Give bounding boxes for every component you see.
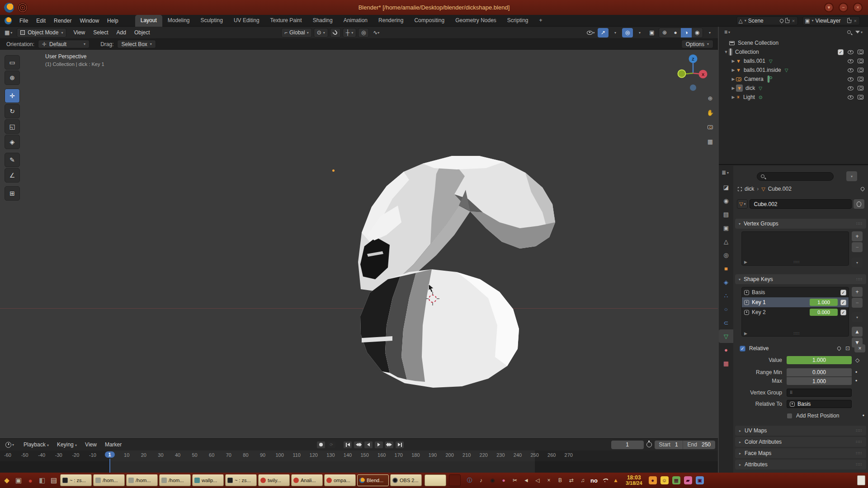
disclosure-icon[interactable]: ▶: [731, 77, 736, 81]
object-name[interactable]: balls.001.inside: [744, 67, 781, 73]
tool-tab[interactable]: ◪: [719, 180, 733, 194]
fake-user-button[interactable]: [854, 199, 864, 209]
task-button-twily[interactable]: twily...: [258, 474, 290, 486]
task-button-blend[interactable]: Blend...: [357, 474, 389, 486]
ruler-tick-230[interactable]: 230: [496, 452, 505, 458]
particles-tab[interactable]: ∴: [719, 289, 733, 302]
close-button[interactable]: ×: [853, 3, 863, 12]
modifiers-tab[interactable]: ◈: [719, 275, 733, 289]
ruler-tick-30[interactable]: -30: [55, 452, 62, 458]
editor-type-selector[interactable]: ▦▾: [3, 28, 14, 37]
remove-view-layer-icon[interactable]: ×: [853, 18, 858, 23]
terminal-launcher-icon[interactable]: ▣: [14, 475, 24, 485]
tab-texture-paint[interactable]: Texture Paint: [265, 15, 307, 27]
measure-tool[interactable]: ∠: [5, 168, 20, 183]
timeline-ruler[interactable]: -60-50-40-30-20-101102030405060708090100…: [0, 450, 718, 461]
add-vertex-group-button[interactable]: +: [852, 231, 863, 241]
disclosure-icon[interactable]: ▶: [731, 59, 736, 63]
tab-geometry-nodes[interactable]: Geometry Nodes: [450, 15, 502, 27]
hide-viewport-icon[interactable]: [848, 86, 854, 90]
ruler-tick-120[interactable]: 120: [310, 452, 318, 458]
ruler-tick-10[interactable]: -10: [89, 452, 96, 458]
pin-shape-icon[interactable]: [836, 346, 841, 351]
emoji-tray-icon[interactable]: ☺: [660, 476, 669, 484]
resize-grip-icon[interactable]: ∷∷: [794, 331, 800, 336]
gizmo-dropdown[interactable]: ▾: [610, 28, 621, 38]
view-layer-name[interactable]: ViewLayer: [816, 18, 845, 24]
range-min-field[interactable]: 0.000: [787, 368, 852, 376]
ruler-tick-50[interactable]: -50: [21, 452, 28, 458]
ruler-tick-140[interactable]: 140: [344, 452, 352, 458]
overlays-toggle[interactable]: ◎: [622, 28, 633, 38]
prev-keyframe-button[interactable]: [354, 441, 363, 449]
disclosure-icon[interactable]: ▶: [731, 86, 736, 90]
shape-keys-list[interactable]: Basis✓Key 11.000✓Key 20.000✓: [741, 287, 849, 337]
usb-tray-icon[interactable]: ⇄: [568, 477, 575, 484]
disable-render-icon[interactable]: [858, 86, 863, 90]
search-icon[interactable]: [847, 30, 851, 34]
timeline-editor-selector[interactable]: ▾: [4, 441, 16, 449]
jump-start-button[interactable]: [343, 441, 352, 449]
ruler-tick-20[interactable]: -20: [72, 452, 79, 458]
animate-dot-icon[interactable]: •: [855, 369, 857, 375]
shape-key-name[interactable]: Key 2: [752, 309, 766, 315]
timeline-menu-playback[interactable]: Playback ▾: [19, 440, 53, 450]
vertex-group-field[interactable]: ⠿: [787, 389, 852, 397]
add-shape-key-button[interactable]: +: [852, 287, 863, 297]
remove-shape-key-button[interactable]: −: [852, 298, 863, 308]
object-name[interactable]: Camera: [744, 76, 764, 82]
ruler-tick-170[interactable]: 170: [395, 452, 403, 458]
add-cube-tool[interactable]: ⊞: [5, 186, 20, 201]
snap-toggle[interactable]: [330, 28, 341, 38]
select-box-tool[interactable]: ▭: [5, 55, 20, 70]
headphones-tray-icon[interactable]: ♪: [477, 477, 485, 484]
hide-viewport-icon[interactable]: [848, 50, 854, 54]
viewport-menu-object[interactable]: Object: [130, 28, 154, 38]
zoom-icon[interactable]: ⊕: [705, 93, 715, 103]
move-shape-key-up-button[interactable]: ▲: [852, 327, 863, 337]
relative-to-field[interactable]: Basis: [787, 400, 852, 408]
object-name[interactable]: dick: [745, 85, 755, 91]
hide-viewport-icon[interactable]: [848, 68, 854, 72]
section-face-maps[interactable]: ▸Face Maps∷∷: [735, 448, 866, 458]
task-button-zs[interactable]: ~ : zs...: [225, 474, 257, 486]
outliner-row-collection[interactable]: ▼Collection✓: [719, 47, 868, 56]
tab-item[interactable]: +: [534, 15, 548, 27]
gizmo-minus-z-axis[interactable]: [690, 84, 696, 91]
overlays-dropdown[interactable]: ▾: [634, 28, 645, 38]
cursor-tool[interactable]: ⊕: [5, 70, 20, 85]
expand-icon[interactable]: ▶: [744, 331, 747, 336]
tab-sculpting[interactable]: Sculpting: [195, 15, 228, 27]
menu-help[interactable]: Help: [103, 16, 123, 26]
calculator-tray-icon[interactable]: ▦: [672, 476, 680, 484]
ruler-tick-30[interactable]: 30: [158, 452, 163, 458]
ruler-tick-100[interactable]: 100: [275, 452, 283, 458]
task-button-wallp[interactable]: wallp...: [192, 474, 224, 486]
shape-key-mute-checkbox[interactable]: ✓: [840, 300, 846, 305]
task-button-hom[interactable]: /hom...: [159, 474, 191, 486]
mode-dropdown[interactable]: Object Mode ▾: [17, 28, 66, 38]
scene-tab[interactable]: △: [719, 235, 733, 248]
shape-key-row-key-2[interactable]: Key 20.000✓: [742, 307, 849, 317]
ruler-tick-70[interactable]: 70: [226, 452, 231, 458]
ruler-tick-10[interactable]: 10: [124, 452, 129, 458]
menu-edit[interactable]: Edit: [32, 16, 50, 26]
ruler-tick-40[interactable]: 40: [175, 452, 180, 458]
taskbar-clock[interactable]: 18:03 3/18/24: [626, 475, 642, 486]
xray-toggle[interactable]: ▣: [646, 28, 657, 38]
ruler-tick-60[interactable]: 60: [209, 452, 214, 458]
section-attributes[interactable]: ▸Attributes∷∷: [735, 460, 866, 469]
minimize-button[interactable]: −: [839, 3, 848, 12]
color-picker-tray-icon[interactable]: ●: [500, 477, 507, 484]
pin-id-icon[interactable]: [860, 186, 865, 191]
package-tray-icon[interactable]: ▣: [696, 476, 704, 484]
animate-dot-icon[interactable]: •: [863, 413, 864, 419]
viewport-menu-add[interactable]: Add: [113, 28, 130, 38]
current-frame-field[interactable]: 1: [611, 441, 644, 449]
outliner-row-balls-001[interactable]: ▶▼balls.001▽: [719, 56, 868, 66]
ruler-tick-260[interactable]: 260: [547, 452, 556, 458]
pin-icon[interactable]: [779, 18, 784, 23]
keying-set-button[interactable]: ⟳: [327, 441, 336, 449]
datablock-name-field[interactable]: Cube.002: [750, 199, 852, 209]
next-keyframe-button[interactable]: [385, 441, 394, 449]
